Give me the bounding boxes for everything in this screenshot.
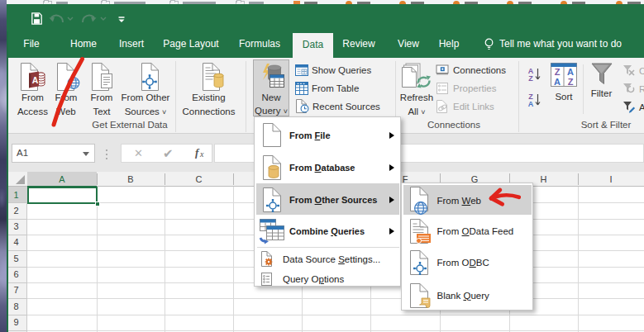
svg-text:A: A bbox=[554, 77, 561, 87]
svg-text:Z: Z bbox=[555, 67, 561, 77]
